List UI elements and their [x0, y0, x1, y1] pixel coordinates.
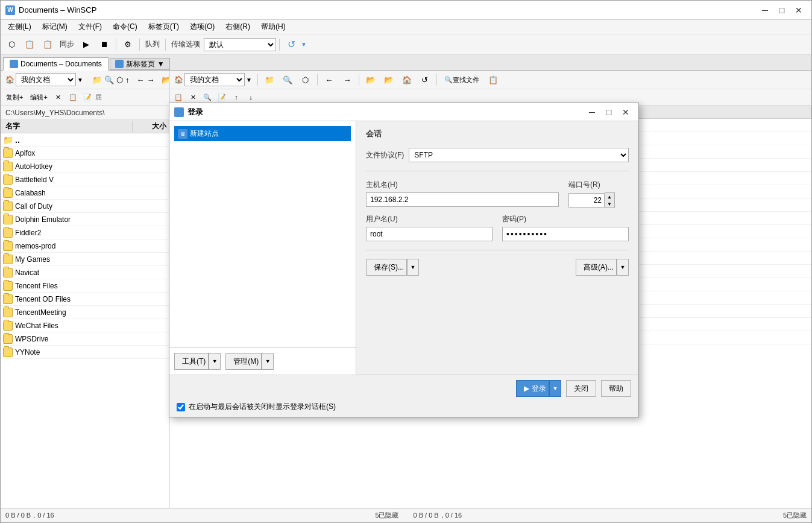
pass-label: 密码(P): [502, 214, 629, 224]
save-arrow[interactable]: ▼: [407, 259, 419, 276]
user-pass-row: 用户名(U) 密码(P): [366, 214, 629, 241]
tools-arrow[interactable]: ▼: [209, 353, 221, 370]
form-divider: [366, 171, 629, 171]
user-input[interactable]: [366, 227, 493, 241]
session-title: 会话: [366, 128, 629, 139]
dialog-title: 登录: [187, 107, 203, 118]
login-label: 登录: [532, 384, 546, 394]
checkbox-row: 在启动与最后会话被关闭时显示登录对话框(S): [177, 402, 631, 412]
port-col: 端口号(R) ▲ ▼: [568, 180, 629, 208]
manage-btn-group: 管理(M) ▼: [225, 353, 274, 370]
pass-col: 密码(P): [502, 214, 629, 241]
login-button[interactable]: ▶ 登录: [516, 380, 549, 397]
port-wrapper: ▲ ▼: [568, 192, 629, 208]
dialog-bottom: ▶ 登录 ▼ 关闭 帮助 在启动与最后会话被关闭时显示登录对话框(S): [169, 375, 638, 417]
port-down-btn[interactable]: ▼: [605, 200, 614, 208]
dialog-body: 🖥 新建站点 工具(T) ▼ 管理(M) ▼ 会话: [169, 121, 638, 375]
close-button[interactable]: 关闭: [566, 380, 596, 397]
port-spinner: ▲ ▼: [605, 192, 615, 208]
dialog-titlebar-left: 登录: [174, 107, 203, 118]
form-divider-2: [366, 250, 629, 250]
conn-form: 会话 文件协议(F) SFTP FTP SCP WebDAV 主机名(H): [356, 121, 638, 375]
port-input[interactable]: [568, 193, 605, 208]
user-label: 用户名(U): [366, 214, 493, 224]
login-dialog: 登录 ─ □ ✕ 🖥 新建站点 工具(T): [169, 103, 639, 417]
dialog-overlay: 登录 ─ □ ✕ 🖥 新建站点 工具(T): [0, 0, 812, 523]
show-login-checkbox[interactable]: [177, 403, 185, 411]
site-item-icon: 🖥: [178, 129, 187, 139]
tools-button[interactable]: 工具(T): [174, 353, 209, 370]
site-tree-content: 🖥 新建站点: [169, 121, 356, 347]
host-port-row: 主机名(H) 端口号(R) ▲ ▼: [366, 180, 629, 208]
host-input[interactable]: [366, 192, 559, 207]
login-btn-group: ▶ 登录 ▼: [516, 380, 561, 397]
port-up-btn[interactable]: ▲: [605, 193, 614, 200]
tools-btn-group: 工具(T) ▼: [174, 353, 221, 370]
dialog-maximize-btn[interactable]: □: [601, 106, 617, 118]
dialog-titlebar: 登录 ─ □ ✕: [169, 103, 638, 121]
advanced-button[interactable]: 高级(A)...: [576, 259, 617, 276]
help-button[interactable]: 帮助: [601, 380, 631, 397]
manage-arrow[interactable]: ▼: [262, 353, 274, 370]
dialog-btn-row: ▶ 登录 ▼ 关闭 帮助: [177, 380, 631, 397]
login-arrow[interactable]: ▼: [549, 380, 561, 397]
dialog-minimize-btn[interactable]: ─: [584, 106, 600, 118]
protocol-row: 文件协议(F) SFTP FTP SCP WebDAV: [366, 148, 629, 162]
host-label: 主机名(H): [366, 180, 559, 190]
save-button[interactable]: 保存(S)...: [366, 259, 407, 276]
new-site-item[interactable]: 🖥 新建站点: [174, 126, 351, 141]
user-col: 用户名(U): [366, 214, 493, 241]
site-tree: 🖥 新建站点 工具(T) ▼ 管理(M) ▼: [169, 121, 356, 375]
host-col: 主机名(H): [366, 180, 559, 208]
dialog-controls: ─ □ ✕: [584, 106, 634, 118]
site-item-label: 新建站点: [190, 128, 219, 139]
dialog-app-icon: [174, 107, 184, 117]
login-icon: ▶: [524, 384, 529, 393]
manage-button[interactable]: 管理(M): [225, 353, 262, 370]
dialog-close-btn[interactable]: ✕: [618, 106, 634, 118]
advanced-btn-group: 高级(A)... ▼: [576, 259, 629, 276]
port-label: 端口号(R): [568, 180, 629, 190]
site-tree-btn-row: 工具(T) ▼ 管理(M) ▼: [169, 347, 356, 375]
save-btn-group: 保存(S)... ▼: [366, 259, 419, 276]
show-login-label: 在启动与最后会话被关闭时显示登录对话框(S): [189, 402, 336, 412]
save-advanced-row: 保存(S)... ▼ 高级(A)... ▼: [366, 259, 629, 276]
protocol-label: 文件协议(F): [366, 150, 404, 160]
advanced-arrow[interactable]: ▼: [617, 259, 629, 276]
protocol-select[interactable]: SFTP FTP SCP WebDAV: [409, 148, 629, 162]
pass-input[interactable]: [502, 227, 629, 241]
